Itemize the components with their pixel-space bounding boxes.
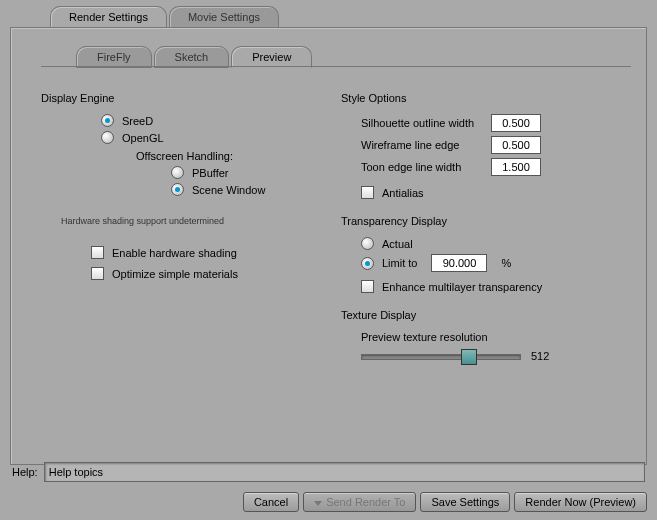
wireframe-label: Wireframe line edge	[361, 139, 491, 151]
style-options-title: Style Options	[341, 92, 631, 104]
panel-body: FireFly Sketch Preview Display Engine Sr…	[10, 27, 647, 465]
radio-opengl-row[interactable]: OpenGL	[101, 131, 331, 144]
radio-actual-row[interactable]: Actual	[361, 237, 631, 250]
radio-limit-label: Limit to	[382, 257, 417, 269]
right-column: Style Options Silhouette outline width 0…	[341, 92, 631, 454]
antialias-label: Antialias	[382, 187, 424, 199]
radio-limit-row[interactable]: Limit to 90.000 %	[361, 254, 631, 272]
optimize-checkbox[interactable]	[91, 267, 104, 280]
send-render-button[interactable]: Send Render To	[303, 492, 416, 512]
radio-sreed-row[interactable]: SreeD	[101, 114, 331, 127]
radio-sreed-label: SreeD	[122, 115, 153, 127]
tab-firefly[interactable]: FireFly	[76, 46, 152, 68]
save-settings-button[interactable]: Save Settings	[420, 492, 510, 512]
help-row: Help: Help topics	[12, 462, 645, 482]
texture-res-label: Preview texture resolution	[361, 331, 631, 343]
silhouette-label: Silhouette outline width	[361, 117, 491, 129]
radio-pbuffer-row[interactable]: PBuffer	[171, 166, 331, 179]
antialias-checkbox[interactable]	[361, 186, 374, 199]
help-input[interactable]: Help topics	[44, 462, 645, 482]
sub-tab-bar: FireFly Sketch Preview	[11, 28, 646, 68]
optimize-row[interactable]: Optimize simple materials	[91, 267, 331, 280]
radio-scenewin-row[interactable]: Scene Window	[171, 183, 331, 196]
tab-render-settings[interactable]: Render Settings	[50, 6, 167, 27]
radio-actual-label: Actual	[382, 238, 413, 250]
texture-res-value: 512	[531, 350, 549, 362]
display-engine-title: Display Engine	[41, 92, 331, 104]
silhouette-input[interactable]: 0.500	[491, 114, 541, 132]
tab-preview[interactable]: Preview	[231, 46, 312, 68]
slider-thumb[interactable]	[461, 349, 477, 365]
toon-input[interactable]: 1.500	[491, 158, 541, 176]
radio-actual[interactable]	[361, 237, 374, 250]
top-tab-bar: Render Settings Movie Settings	[0, 0, 657, 27]
offscreen-label: Offscreen Handling:	[136, 150, 331, 162]
enable-hw-checkbox[interactable]	[91, 246, 104, 259]
tab-movie-settings[interactable]: Movie Settings	[169, 6, 279, 27]
limit-suffix: %	[501, 257, 511, 269]
optimize-label: Optimize simple materials	[112, 268, 238, 280]
button-bar: Cancel Send Render To Save Settings Rend…	[243, 492, 647, 512]
radio-pbuffer-label: PBuffer	[192, 167, 229, 179]
help-label: Help:	[12, 466, 38, 478]
radio-scenewin[interactable]	[171, 183, 184, 196]
radio-opengl[interactable]	[101, 131, 114, 144]
radio-limit[interactable]	[361, 257, 374, 270]
enhance-checkbox[interactable]	[361, 280, 374, 293]
chevron-down-icon	[314, 501, 322, 506]
left-column: Display Engine SreeD OpenGL Offscreen Ha…	[41, 92, 331, 454]
radio-pbuffer[interactable]	[171, 166, 184, 179]
cancel-button[interactable]: Cancel	[243, 492, 299, 512]
tab-sketch[interactable]: Sketch	[154, 46, 230, 68]
enable-hw-row[interactable]: Enable hardware shading	[91, 246, 331, 259]
antialias-row[interactable]: Antialias	[361, 186, 631, 199]
render-now-button[interactable]: Render Now (Preview)	[514, 492, 647, 512]
radio-scenewin-label: Scene Window	[192, 184, 265, 196]
wireframe-input[interactable]: 0.500	[491, 136, 541, 154]
texture-title: Texture Display	[341, 309, 631, 321]
hw-status-text: Hardware shading support undetermined	[61, 216, 331, 226]
content-frame: Display Engine SreeD OpenGL Offscreen Ha…	[41, 66, 631, 454]
transparency-title: Transparency Display	[341, 215, 631, 227]
enable-hw-label: Enable hardware shading	[112, 247, 237, 259]
limit-input[interactable]: 90.000	[431, 254, 487, 272]
toon-label: Toon edge line width	[361, 161, 491, 173]
texture-res-slider[interactable]	[361, 349, 521, 363]
enhance-row[interactable]: Enhance multilayer transparency	[361, 280, 631, 293]
radio-opengl-label: OpenGL	[122, 132, 164, 144]
enhance-label: Enhance multilayer transparency	[382, 281, 542, 293]
radio-sreed[interactable]	[101, 114, 114, 127]
